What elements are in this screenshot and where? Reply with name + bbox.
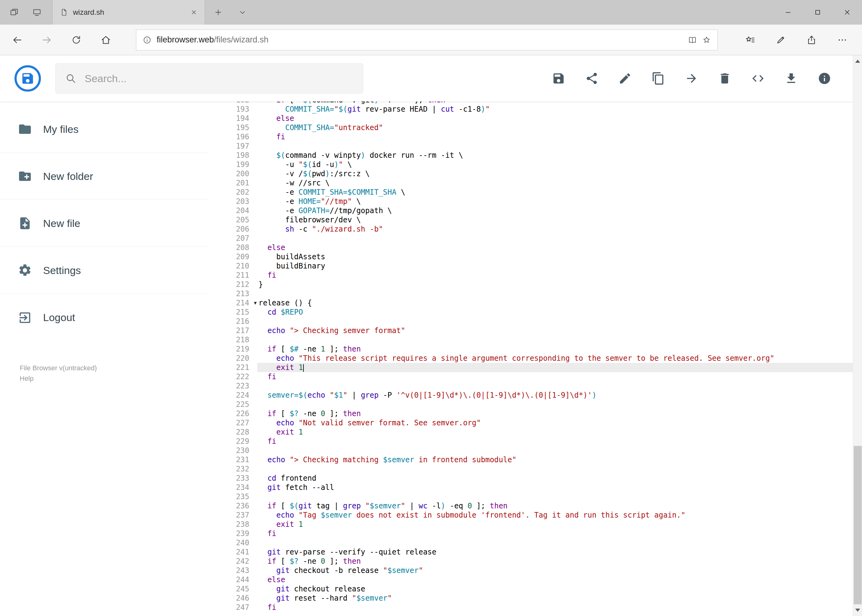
code-line[interactable]: 238 exit 1 <box>209 520 853 529</box>
favorite-star-icon[interactable] <box>702 35 711 45</box>
scroll-up-arrow-icon[interactable] <box>853 56 862 66</box>
code-line[interactable]: 216 <box>209 317 853 326</box>
web-note-pen-icon[interactable] <box>765 26 796 54</box>
home-icon[interactable] <box>91 26 121 54</box>
scrollbar-thumb[interactable] <box>854 446 862 604</box>
code-line[interactable]: 239 fi <box>209 529 853 538</box>
code-line[interactable]: 194 else <box>209 114 853 123</box>
code-line[interactable]: 221 exit 1 <box>209 363 853 372</box>
code-line[interactable]: 195 COMMIT_SHA="untracked" <box>209 123 853 132</box>
search-bar[interactable] <box>55 63 363 93</box>
code-line[interactable]: 240 <box>209 538 853 547</box>
info-icon[interactable] <box>808 60 841 97</box>
code-line[interactable]: 242 if [ $? -ne 0 ]; then <box>209 557 853 566</box>
code-line[interactable]: 233 cd frontend <box>209 474 853 483</box>
code-line[interactable]: 209 buildAssets <box>209 252 853 261</box>
tabs-preview-icon[interactable] <box>5 3 24 21</box>
code-line[interactable]: 237 echo "Tag $semver does not exist in … <box>209 511 853 520</box>
code-line[interactable]: 246 git reset --hard "$semver" <box>209 594 853 603</box>
close-icon[interactable] <box>832 0 862 25</box>
refresh-icon[interactable] <box>61 26 91 54</box>
code-line[interactable]: 201 -w //src \ <box>209 178 853 188</box>
code-line[interactable]: 244 else <box>209 575 853 584</box>
code-line[interactable]: 247 fi <box>209 603 853 612</box>
code-line[interactable]: 234 git fetch --all <box>209 483 853 492</box>
rename-pencil-icon[interactable] <box>608 60 641 97</box>
code-line[interactable]: 197 <box>209 141 853 151</box>
code-line[interactable]: 212} <box>209 280 853 289</box>
code-line[interactable]: 228 exit 1 <box>209 427 853 437</box>
code-line[interactable]: 207 <box>209 234 853 243</box>
save-icon[interactable] <box>542 60 575 97</box>
code-line[interactable]: 204 -e GOPATH=//tmp/gopath \ <box>209 206 853 215</box>
scroll-down-arrow-icon[interactable] <box>853 605 862 615</box>
sidebar-item-my-files[interactable]: My files <box>0 106 209 153</box>
sidebar-item-logout[interactable]: Logout <box>0 294 209 341</box>
code-line[interactable]: 220 echo "This release script requires a… <box>209 354 853 363</box>
code-editor[interactable]: 192 if [ "$(command -v git)" != "" ]; th… <box>209 102 853 616</box>
reading-view-icon[interactable] <box>688 35 697 45</box>
code-line[interactable]: 218 <box>209 335 853 344</box>
code-line[interactable]: 232 <box>209 464 853 474</box>
raw-code-icon[interactable] <box>741 60 775 97</box>
tabs-chevron-icon[interactable] <box>232 0 254 25</box>
help-link[interactable]: Help <box>20 373 97 384</box>
sidebar-item-new-file[interactable]: New file <box>0 200 209 247</box>
minimize-icon[interactable] <box>773 0 803 25</box>
code-line[interactable]: 223 <box>209 381 853 391</box>
sidebar-item-settings[interactable]: Settings <box>0 247 209 294</box>
code-line[interactable]: 211 fi <box>209 270 853 280</box>
code-line[interactable]: 230 <box>209 446 853 455</box>
code-line[interactable]: 203 -e HOME="//tmp" \ <box>209 197 853 206</box>
code-line[interactable]: 208 else <box>209 243 853 252</box>
code-line[interactable]: 200 -v /$(pwd):/src:z \ <box>209 169 853 178</box>
code-line[interactable]: 227 echo "Not valid semver format. See s… <box>209 418 853 427</box>
code-line[interactable]: 245 git checkout release <box>209 584 853 594</box>
fold-arrow-icon[interactable]: ▾ <box>254 298 257 308</box>
more-icon[interactable] <box>827 26 858 54</box>
set-tabs-aside-icon[interactable] <box>28 3 46 21</box>
filebrowser-logo-icon[interactable] <box>14 65 41 92</box>
code-line[interactable]: 226 if [ $? -ne 0 ]; then <box>209 409 853 418</box>
forward-icon[interactable] <box>32 26 61 54</box>
vertical-scrollbar[interactable] <box>853 55 862 616</box>
address-bar[interactable]: filebrowser.web/files/wizard.sh <box>136 30 718 50</box>
code-line[interactable]: 217 echo "> Checking semver format" <box>209 326 853 335</box>
code-line[interactable]: 236 if [ $(git tag | grep "$semver" | wc… <box>209 501 853 511</box>
move-arrow-icon[interactable] <box>675 60 708 97</box>
code-line[interactable]: 202 -e COMMIT_SHA=$COMMIT_SHA \ <box>209 188 853 197</box>
code-line[interactable]: 193 COMMIT_SHA="$(git rev-parse HEAD | c… <box>209 105 853 114</box>
code-line[interactable]: 243 git checkout -b release "$semver" <box>209 566 853 575</box>
share-icon[interactable] <box>796 26 827 54</box>
search-input[interactable] <box>85 72 354 85</box>
share-file-icon[interactable] <box>575 60 608 97</box>
code-line[interactable]: 210 buildBinary <box>209 261 853 270</box>
code-line[interactable]: 206 sh -c "./wizard.sh -b" <box>209 225 853 234</box>
site-info-icon[interactable] <box>142 35 152 45</box>
tab-close-icon[interactable] <box>191 9 197 16</box>
delete-trash-icon[interactable] <box>708 60 741 97</box>
code-line[interactable]: 198 $(command -v winpty) docker run --rm… <box>209 151 853 160</box>
code-line[interactable]: 229 fi <box>209 437 853 446</box>
hub-icon[interactable] <box>734 26 765 54</box>
copy-icon[interactable] <box>641 60 675 97</box>
code-line[interactable]: 241 git rev-parse --verify --quiet relea… <box>209 547 853 557</box>
back-icon[interactable] <box>2 26 32 54</box>
code-line[interactable]: 231 echo "> Checking matching $semver in… <box>209 455 853 464</box>
code-line[interactable]: 215 cd $REPO <box>209 308 853 317</box>
code-line[interactable]: 214▾release () { <box>209 298 853 308</box>
code-line[interactable]: 196 fi <box>209 132 853 141</box>
code-line[interactable]: 192 if [ "$(command -v git)" != "" ]; th… <box>209 102 853 105</box>
sidebar-item-new-folder[interactable]: New folder <box>0 153 209 200</box>
maximize-icon[interactable] <box>803 0 832 25</box>
download-icon[interactable] <box>775 60 808 97</box>
code-line[interactable]: 224 semver=$(echo "$1" | grep -P '^v(0|[… <box>209 391 853 400</box>
code-line[interactable]: 222 fi <box>209 372 853 381</box>
code-line[interactable]: 219 if [ $# -ne 1 ]; then <box>209 344 853 354</box>
code-line[interactable]: 199 -u "$(id -u)" \ <box>209 160 853 169</box>
browser-tab[interactable]: wizard.sh <box>52 0 205 25</box>
code-line[interactable]: 225 <box>209 400 853 409</box>
code-line[interactable]: 205 filebrowser/dev \ <box>209 215 853 225</box>
code-line[interactable]: 213 <box>209 289 853 298</box>
code-line[interactable]: 235 <box>209 492 853 501</box>
